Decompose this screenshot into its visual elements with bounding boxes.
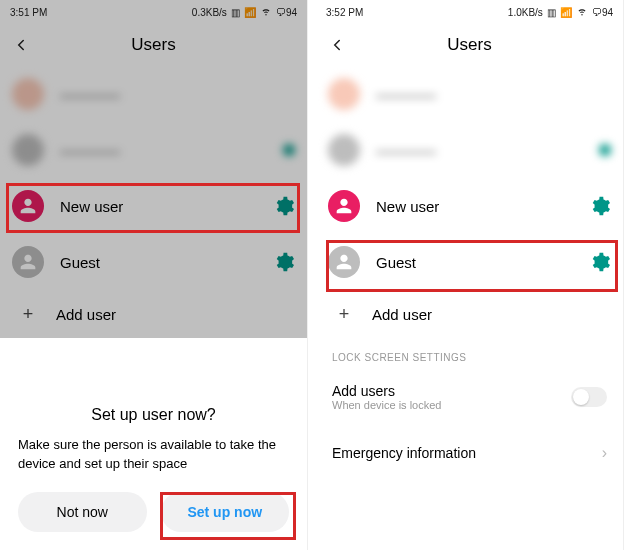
- not-now-button[interactable]: Not now: [18, 492, 147, 532]
- add-user-row[interactable]: + Add user: [328, 290, 611, 338]
- user-label: New user: [376, 198, 589, 215]
- back-button[interactable]: [328, 36, 358, 54]
- status-bar: 3:52 PM 1.0KB/s ▥ 📶 🗩94: [316, 0, 623, 24]
- not-now-label: Not now: [57, 504, 108, 520]
- phone-right: 3:52 PM 1.0KB/s ▥ 📶 🗩94 Users ———— ————: [316, 0, 624, 550]
- gear-icon[interactable]: [589, 251, 611, 273]
- setup-sheet: Set up user now? Make sure the person is…: [0, 386, 307, 550]
- avatar-icon: [328, 134, 360, 166]
- sheet-buttons: Not now Set up now: [18, 492, 289, 532]
- user-row-guest[interactable]: Guest: [328, 234, 611, 290]
- battery-icon: 🗩94: [592, 7, 613, 18]
- toggle-switch[interactable]: [571, 387, 607, 407]
- status-time: 3:52 PM: [326, 7, 363, 18]
- user-label: ————: [376, 142, 599, 159]
- user-list: ———— ———— New user Guest + Add user: [316, 66, 623, 338]
- wifi-icon: [576, 5, 588, 19]
- add-users-setting[interactable]: Add users When device is locked: [316, 369, 623, 425]
- plus-icon: +: [332, 304, 356, 325]
- setting-title: Add users: [332, 383, 571, 399]
- avatar-icon: [328, 190, 360, 222]
- set-up-now-button[interactable]: Set up now: [161, 492, 290, 532]
- gear-icon[interactable]: [589, 195, 611, 217]
- sheet-body: Make sure the person is available to tak…: [18, 436, 289, 474]
- net-speed: 1.0KB/s: [508, 7, 543, 18]
- signal-icon: 📶: [560, 7, 572, 18]
- user-row-new-user[interactable]: New user: [328, 178, 611, 234]
- section-label: LOCK SCREEN SETTINGS: [316, 338, 623, 369]
- page-title: Users: [358, 35, 581, 55]
- sim-icon: ▥: [547, 7, 556, 18]
- setting-title: Emergency information: [332, 445, 602, 461]
- setting-text: Emergency information: [332, 445, 602, 461]
- user-row-blurred-1[interactable]: ————: [328, 66, 611, 122]
- emergency-info-row[interactable]: Emergency information ›: [316, 425, 623, 481]
- user-label: ————: [376, 86, 611, 103]
- avatar-icon: [328, 78, 360, 110]
- sheet-title: Set up user now?: [18, 406, 289, 424]
- dim-overlay: [0, 0, 307, 338]
- set-up-now-label: Set up now: [187, 504, 262, 520]
- add-user-label: Add user: [372, 306, 607, 323]
- user-label: Guest: [376, 254, 589, 271]
- dimmed-background: 3:51 PM 0.3KB/s ▥ 📶 🗩94 Users ————: [0, 0, 307, 338]
- status-icons: 1.0KB/s ▥ 📶 🗩94: [508, 5, 613, 19]
- setting-text: Add users When device is locked: [332, 383, 571, 411]
- phone-left: 3:51 PM 0.3KB/s ▥ 📶 🗩94 Users ————: [0, 0, 308, 550]
- avatar-icon: [328, 246, 360, 278]
- status-dot: [599, 144, 611, 156]
- chevron-right-icon: ›: [602, 444, 607, 462]
- user-row-blurred-2[interactable]: ————: [328, 122, 611, 178]
- setting-subtitle: When device is locked: [332, 399, 571, 411]
- header: Users: [316, 24, 623, 66]
